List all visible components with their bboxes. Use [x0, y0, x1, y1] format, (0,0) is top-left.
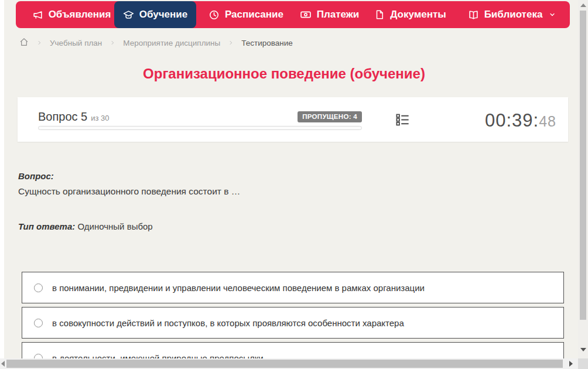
timer-hh-mm: 00:39:	[485, 110, 539, 131]
nav-tab-learning[interactable]: Обучение	[114, 1, 196, 28]
radio-button-icon[interactable]	[34, 319, 43, 327]
nav-tab-label: Расписание	[225, 9, 283, 20]
nav-tab-schedule[interactable]: Расписание	[196, 1, 296, 28]
banknote-icon	[300, 9, 312, 20]
nav-tab-label: Библиотека	[484, 9, 543, 20]
answer-type-label: Тип ответа:	[18, 221, 75, 231]
breadcrumb: Учебный план Мероприятие дисциплины Тест…	[19, 36, 293, 49]
scroll-down-arrow-icon[interactable]	[580, 348, 586, 351]
answer-type-row: Тип ответа: Одиночный выбор	[18, 221, 153, 231]
clock-icon	[208, 9, 220, 20]
question-list-icon[interactable]	[395, 112, 411, 130]
answer-type-value: Одиночный выбор	[77, 221, 152, 231]
question-progress-bar	[38, 126, 362, 130]
left-gutter	[0, 0, 4, 358]
home-icon[interactable]	[19, 37, 29, 49]
document-icon	[374, 9, 385, 20]
skipped-badge: ПРОПУЩЕНО: 4	[298, 111, 362, 122]
nav-tab-label: Объявления	[49, 9, 111, 20]
vertical-scrollbar-thumb[interactable]	[580, 11, 586, 320]
scroll-up-arrow-icon[interactable]	[580, 4, 586, 7]
chevron-right-icon	[36, 40, 42, 46]
open-book-icon	[468, 9, 479, 20]
breadcrumb-discipline-event[interactable]: Мероприятие дисциплины	[123, 39, 220, 47]
question-number: Вопрос 5	[38, 110, 87, 123]
nav-tab-documents[interactable]: Документы	[368, 1, 453, 28]
answer-option[interactable]: в совокупности действий и поступков, в к…	[22, 307, 564, 339]
answer-option-label: в понимании, предвидении и управлении че…	[52, 283, 425, 293]
chevron-right-icon	[110, 40, 115, 46]
question-header-card: Вопрос 5из 30 ПРОПУЩЕНО: 4 00:39:48	[18, 97, 568, 142]
horizontal-scrollbar[interactable]	[0, 358, 578, 369]
scrollbar-corner	[578, 358, 588, 369]
breadcrumb-testing: Тестирование	[241, 39, 293, 47]
main-navbar: Объявления Обучение Расписание	[16, 1, 570, 28]
quiz-page: Объявления Обучение Расписание	[0, 0, 588, 369]
question-of: из 30	[91, 114, 109, 122]
scroll-right-arrow-icon[interactable]	[569, 361, 573, 367]
megaphone-icon	[32, 9, 43, 20]
question-counter: Вопрос 5из 30	[38, 110, 110, 124]
vertical-scrollbar[interactable]	[578, 0, 588, 358]
nav-tab-label: Обучение	[139, 9, 187, 20]
breadcrumb-study-plan[interactable]: Учебный план	[50, 39, 102, 47]
answer-option[interactable]: в понимании, предвидении и управлении че…	[22, 272, 564, 303]
nav-tab-library[interactable]: Библиотека	[461, 1, 562, 28]
chevron-right-icon	[228, 40, 234, 46]
timer-seconds: 48	[539, 113, 556, 129]
question-text: Сущность организационного поведения сост…	[18, 186, 240, 197]
answer-option-label: в совокупности действий и поступков, в к…	[52, 318, 404, 328]
nav-tab-label: Платежи	[317, 9, 360, 20]
nav-tab-label: Документы	[390, 9, 446, 20]
timer: 00:39:48	[485, 110, 556, 131]
radio-button-icon[interactable]	[34, 283, 43, 292]
nav-tab-announcements[interactable]: Объявления	[22, 1, 121, 28]
chevron-down-icon	[549, 11, 556, 18]
page-title: Организационное поведение (обучение)	[0, 66, 568, 82]
question-header-row: Вопрос 5из 30 ПРОПУЩЕНО: 4	[38, 109, 362, 124]
graduation-cap-icon	[123, 9, 134, 20]
question-heading: Вопрос:	[18, 171, 54, 181]
scroll-left-arrow-icon[interactable]	[1, 361, 5, 367]
horizontal-scrollbar-thumb[interactable]	[6, 360, 563, 368]
nav-tab-payments[interactable]: Платежи	[296, 1, 363, 28]
